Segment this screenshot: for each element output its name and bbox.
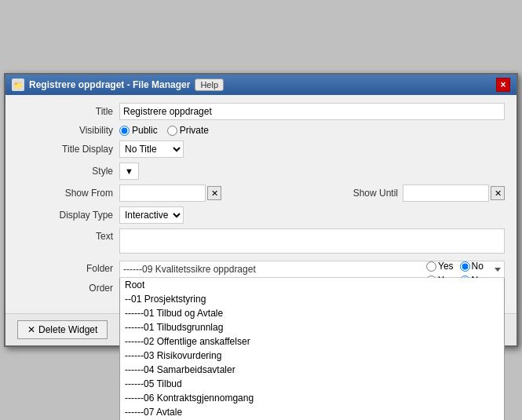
- order-yes-label[interactable]: Yes: [426, 261, 454, 272]
- dialog: 📁 Registrere oppdraget - File Manager He…: [4, 73, 518, 347]
- folder-label: Folder: [17, 261, 119, 274]
- close-button[interactable]: ×: [496, 78, 510, 92]
- folder-option-5[interactable]: ------03 Risikovurdering: [120, 349, 504, 363]
- folder-option-1[interactable]: --01 Prosjektstyring: [120, 292, 504, 306]
- folder-option-7[interactable]: ------05 Tilbud: [120, 377, 504, 391]
- folder-option-root[interactable]: Root: [120, 278, 504, 292]
- title-row: Title: [17, 103, 505, 120]
- title-control: [119, 103, 505, 120]
- visibility-label: Visibility: [17, 125, 119, 136]
- title-display-control: No Title Show Title Hide Title: [119, 141, 505, 158]
- show-from-clear-button[interactable]: ✕: [207, 186, 221, 200]
- folder-option-9[interactable]: ------07 Avtale: [120, 405, 504, 419]
- folder-option-4[interactable]: ------02 Offentlige anskaffelser: [120, 334, 504, 349]
- folder-dropdown-list[interactable]: Root --01 Prosjektstyring ------01 Tilbu…: [119, 278, 505, 420]
- text-textarea[interactable]: [119, 228, 505, 254]
- folder-option-8[interactable]: ------06 Kontraktsgjennomgang: [120, 391, 504, 405]
- visibility-row: Visibility Public Private: [17, 125, 505, 136]
- folder-option-2[interactable]: ------01 Tilbud og Avtale: [120, 306, 504, 320]
- display-type-label: Display Type: [17, 210, 119, 221]
- show-until-clear-button[interactable]: ✕: [491, 186, 505, 200]
- title-bar: 📁 Registrere oppdraget - File Manager He…: [5, 75, 517, 95]
- public-radio[interactable]: [119, 126, 130, 136]
- style-label: Style: [17, 166, 119, 177]
- dialog-title: Registrere oppdraget - File Manager: [29, 79, 190, 90]
- show-until-label: Show Until: [353, 188, 398, 199]
- order-yn: Yes No: [426, 261, 505, 272]
- title-input[interactable]: [119, 103, 505, 120]
- private-radio[interactable]: [167, 126, 177, 136]
- public-radio-label[interactable]: Public: [119, 125, 158, 136]
- title-display-row: Title Display No Title Show Title Hide T…: [17, 141, 505, 158]
- style-control: ▼: [119, 163, 505, 180]
- text-label: Text: [17, 228, 119, 242]
- public-label: Public: [132, 125, 158, 136]
- form-content: Title Visibility Public Private Title Di…: [5, 95, 517, 307]
- style-row: Style ▼: [17, 163, 505, 180]
- folder-row: Folder ------09 Kvalitetssikre oppdraget…: [17, 261, 505, 278]
- delete-label: Delete Widget: [38, 324, 97, 335]
- date-row: Show From ✕ Show Until ✕: [17, 184, 505, 202]
- order-yes-radio[interactable]: [426, 261, 436, 272]
- title-display-select[interactable]: No Title Show Title Hide Title: [119, 141, 184, 158]
- delete-widget-button[interactable]: ✕ Delete Widget: [17, 320, 108, 339]
- folder-option-6[interactable]: ------04 Samarbeidsavtaler: [120, 363, 504, 377]
- folder-option-3[interactable]: ------01 Tilbudsgrunnlag: [120, 320, 504, 334]
- style-button[interactable]: ▼: [119, 163, 139, 180]
- visibility-control: Public Private: [119, 125, 505, 136]
- private-radio-label[interactable]: Private: [167, 125, 209, 136]
- date-controls: ✕ Show Until ✕: [119, 184, 505, 202]
- title-display-label: Title Display: [17, 144, 119, 155]
- title-bar-left: 📁 Registrere oppdraget - File Manager He…: [12, 79, 224, 91]
- delete-icon: ✕: [27, 324, 35, 335]
- order-label: Order: [17, 283, 119, 297]
- show-from-label: Show From: [17, 188, 119, 199]
- order-no-radio[interactable]: [460, 261, 470, 272]
- display-type-control: Interactive Static Hidden: [119, 206, 505, 224]
- text-control: [119, 228, 505, 256]
- title-label: Title: [17, 106, 119, 117]
- show-from-input[interactable]: [119, 184, 206, 202]
- display-type-select[interactable]: Interactive Static Hidden: [119, 206, 184, 224]
- help-button[interactable]: Help: [195, 79, 224, 91]
- text-row: Text: [17, 228, 505, 256]
- order-yes-text: Yes: [438, 261, 454, 272]
- display-type-row: Display Type Interactive Static Hidden: [17, 206, 505, 224]
- show-until-input[interactable]: [403, 184, 489, 202]
- order-no-text: No: [472, 261, 484, 272]
- order-no-label[interactable]: No: [460, 261, 484, 272]
- file-manager-icon: 📁: [12, 79, 24, 91]
- private-label: Private: [180, 125, 209, 136]
